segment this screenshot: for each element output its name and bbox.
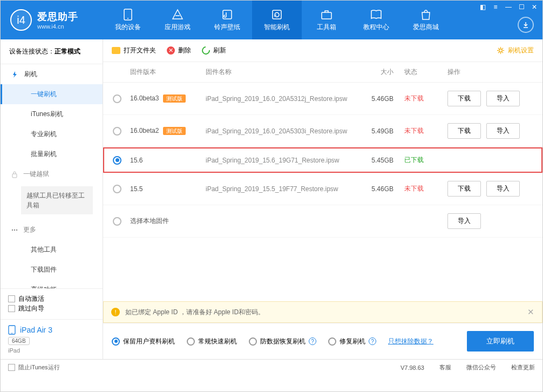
beta-badge: 测试版 — [163, 127, 186, 135]
nav-store[interactable]: 爱思商城 — [401, 1, 451, 39]
warning-icon: ! — [111, 308, 120, 316]
table-header: 固件版本 固件名称 大小 状态 操作 — [103, 62, 542, 83]
close-button[interactable]: ✕ — [528, 2, 540, 12]
row-radio[interactable] — [113, 185, 121, 193]
nav-apps[interactable]: 应用游戏 — [153, 1, 202, 39]
sidebar-itunes-flash[interactable]: iTunes刷机 — [1, 104, 103, 124]
firmware-row[interactable]: 16.0beta3测试版iPad_Spring_2019_16.0_20A531… — [103, 83, 542, 115]
import-button[interactable]: 导入 — [486, 123, 520, 139]
delete-button[interactable]: ✕删除 — [167, 46, 191, 55]
erase-only-link[interactable]: 只想抹除数据？ — [388, 337, 433, 346]
notice-close-button[interactable]: ✕ — [527, 307, 534, 317]
check-update-link[interactable]: 检查更新 — [511, 363, 535, 371]
auto-activate-checkbox[interactable]: 自动激活 — [8, 294, 44, 303]
refresh-icon — [200, 45, 212, 56]
row-radio[interactable] — [113, 127, 121, 136]
sidebar-more[interactable]: 更多 — [1, 220, 103, 240]
open-folder-button[interactable]: 打开文件夹 — [112, 46, 156, 55]
flash-mode-option[interactable]: 修复刷机? — [328, 337, 376, 346]
firmware-row[interactable]: 15.5iPad_Spring_2019_15.5_19F77_Restore.… — [103, 173, 542, 205]
help-icon[interactable]: ? — [369, 337, 376, 345]
fw-actions: 下载导入 — [447, 181, 534, 197]
version-label: V7.98.63 — [401, 364, 424, 371]
firmware-row[interactable]: 15.6iPad_Spring_2019_15.6_19G71_Restore.… — [103, 147, 542, 173]
customer-service-link[interactable]: 客服 — [439, 363, 451, 371]
fw-filename: iPad_Spring_2019_16.0_20A5303i_Restore.i… — [206, 127, 361, 135]
beta-badge: 测试版 — [163, 94, 186, 103]
apps-icon — [172, 9, 184, 21]
refresh-button[interactable]: 刷新 — [202, 46, 226, 55]
fw-filename: iPad_Spring_2019_15.5_19F77_Restore.ipsw — [206, 185, 361, 193]
option-radio[interactable] — [112, 337, 120, 346]
svg-point-11 — [499, 49, 503, 52]
svg-point-7 — [14, 229, 15, 230]
download-button[interactable]: 下载 — [447, 91, 481, 106]
flash-now-button[interactable]: 立即刷机 — [467, 331, 534, 352]
flash-mode-option[interactable]: 保留用户资料刷机 — [112, 337, 175, 346]
minimize-button[interactable]: ― — [503, 2, 514, 12]
col-size: 大小 — [361, 67, 404, 77]
window-controls: ◧ ≡ ― ☐ ✕ — [477, 2, 540, 12]
music-icon — [221, 9, 233, 21]
sidebar-jailbreak: 一键越狱 — [1, 164, 103, 184]
skin-button[interactable]: ◧ — [477, 2, 488, 12]
device-name[interactable]: iPad Air 3 — [8, 325, 95, 335]
row-radio[interactable] — [113, 217, 121, 226]
firmware-rows: 16.0beta3测试版iPad_Spring_2019_16.0_20A531… — [103, 83, 542, 301]
footer: 阻止iTunes运行 V7.98.63 客服 微信公众号 检查更新 — [1, 359, 542, 375]
option-radio[interactable] — [249, 337, 257, 346]
nav-toolbox[interactable]: 工具箱 — [302, 1, 351, 39]
nav-tutorials[interactable]: 教程中心 — [351, 1, 401, 39]
gear-icon — [497, 46, 505, 55]
fw-size: 5.45GB — [361, 157, 404, 164]
sidebar-other-tools[interactable]: 其他工具 — [1, 240, 103, 260]
flash-mode-option[interactable]: 常规快速刷机 — [187, 337, 237, 346]
device-info: iPad Air 3 64GB iPad — [1, 319, 103, 359]
main-content: 打开文件夹 ✕删除 刷新 刷机设置 固件版本 固件名称 大小 状态 操作 16.… — [103, 39, 542, 359]
nav-ringtones[interactable]: 铃声壁纸 — [202, 1, 252, 39]
local-firmware-row[interactable]: 选择本地固件导入 — [103, 205, 542, 238]
wechat-link[interactable]: 微信公众号 — [466, 363, 496, 371]
sidebar-download-fw[interactable]: 下载固件 — [1, 260, 103, 280]
svg-rect-4 — [322, 12, 331, 19]
sidebar-pro-flash[interactable]: 专业刷机 — [1, 124, 103, 144]
nav-flash[interactable]: 智能刷机 — [252, 1, 302, 39]
svg-point-1 — [127, 18, 128, 19]
block-itunes-checkbox[interactable]: 阻止iTunes运行 — [8, 363, 60, 371]
device-status: 设备连接状态：正常模式 — [1, 39, 103, 64]
download-button[interactable]: 下载 — [447, 181, 481, 197]
row-radio[interactable] — [113, 156, 121, 165]
sidebar-one-click-flash[interactable]: 一键刷机 — [1, 84, 103, 104]
sidebar-flash-root[interactable]: 刷机 — [1, 64, 103, 84]
firmware-row[interactable]: 16.0beta2测试版iPad_Spring_2019_16.0_20A530… — [103, 115, 542, 147]
tablet-icon — [8, 325, 16, 335]
row-radio[interactable] — [113, 94, 121, 103]
import-button[interactable]: 导入 — [486, 91, 520, 106]
app-site: www.i4.cn — [37, 23, 78, 30]
flash-settings-button[interactable]: 刷机设置 — [497, 46, 534, 55]
sidebar-advanced[interactable]: 高级功能 — [1, 280, 103, 288]
flash-options-panel: 保留用户资料刷机常规快速刷机防数据恢复刷机?修复刷机? 只想抹除数据？ 立即刷机 — [103, 323, 542, 359]
fw-size: 5.46GB — [361, 95, 404, 103]
import-button[interactable]: 导入 — [447, 213, 481, 229]
option-radio[interactable] — [328, 337, 336, 346]
option-radio[interactable] — [187, 337, 195, 346]
lock-icon — [11, 171, 18, 178]
menu-button[interactable]: ≡ — [490, 2, 501, 12]
svg-rect-2 — [223, 10, 232, 19]
fw-actions: 下载导入 — [447, 123, 534, 139]
help-icon[interactable]: ? — [309, 337, 316, 345]
download-manager-button[interactable] — [518, 17, 534, 33]
skip-guide-checkbox[interactable]: 跳过向导 — [8, 304, 44, 313]
sidebar-batch-flash[interactable]: 批量刷机 — [1, 144, 103, 164]
col-action: 操作 — [447, 67, 534, 77]
flash-mode-option[interactable]: 防数据恢复刷机? — [249, 337, 316, 346]
sidebar: 设备连接状态：正常模式 刷机 一键刷机 iTunes刷机 专业刷机 批量刷机 一… — [1, 39, 103, 359]
maximize-button[interactable]: ☐ — [515, 2, 527, 12]
logo-icon: i4 — [10, 9, 32, 31]
fw-size: 5.49GB — [361, 127, 404, 135]
nav-my-device[interactable]: 我的设备 — [103, 1, 153, 39]
import-button[interactable]: 导入 — [486, 181, 520, 197]
download-button[interactable]: 下载 — [447, 123, 481, 139]
delete-icon: ✕ — [167, 46, 175, 55]
